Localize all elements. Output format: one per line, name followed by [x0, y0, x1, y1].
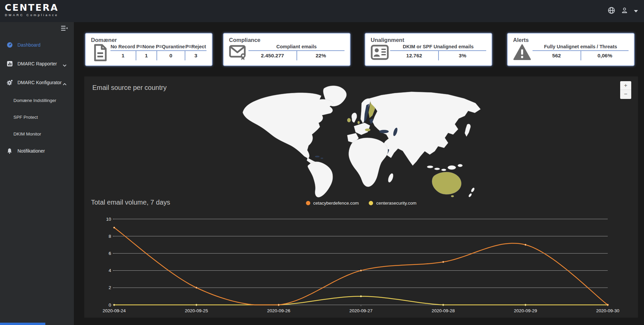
card-title: Compliance [229, 37, 344, 43]
chevron-down-icon [63, 62, 66, 68]
card-compliance: Compliance Compliant emails 2.450.277 22… [223, 33, 351, 66]
svg-text:2: 2 [108, 285, 111, 290]
card-value: 562 [533, 51, 581, 60]
warning-triangle-icon [513, 44, 531, 60]
card-value: 1 [110, 51, 136, 60]
legend-item[interactable]: centerasecurity.com [369, 201, 417, 206]
legend-label: cetacyberdefence.com [313, 201, 359, 206]
sidebar-item-label: Notifikationer [17, 148, 45, 154]
map-zoom-control: + − [620, 81, 631, 99]
map-zoom-out-button[interactable]: − [620, 90, 631, 99]
sidebar-collapse-icon[interactable] [60, 25, 68, 32]
email-volume-chart[interactable]: 02468102020-09-242020-09-252020-09-26202… [101, 213, 625, 314]
brand-name: CENTERA [5, 3, 58, 13]
globe-icon[interactable] [608, 7, 615, 15]
svg-text:2020-09-30: 2020-09-30 [596, 308, 619, 313]
svg-text:2020-09-28: 2020-09-28 [431, 308, 455, 313]
sidebar-subitem-label: Domæne Indstillinger [13, 98, 56, 103]
horizontal-scrollbar-thumb[interactable] [0, 323, 45, 325]
sidebar-item-spf-protect[interactable]: SPF Protect [0, 109, 74, 125]
sidebar-item-label: DMARC Konfigurator [17, 80, 62, 85]
legend-label: centerasecurity.com [376, 201, 417, 206]
card-col-header: No Record [110, 44, 135, 49]
world-map-canvas[interactable] [234, 79, 492, 199]
sidebar-item-label: DMARC Rapporter [17, 61, 57, 66]
card-percent: 3% [438, 51, 486, 60]
main-content: Domæner No Record P=None P=Qurantine P=R… [74, 22, 644, 325]
sidebar-item-label: Dashboard [17, 42, 41, 48]
svg-text:2020-09-26: 2020-09-26 [267, 308, 290, 313]
chart-title: Total email volume, 7 days [91, 199, 170, 206]
card-domains: Domæner No Record P=None P=Qurantine P=R… [85, 33, 213, 66]
account-menu-caret-icon[interactable] [634, 10, 638, 12]
card-value: 1 [136, 51, 156, 60]
id-card-icon [371, 44, 389, 60]
map-title: Email source per country [92, 84, 167, 92]
svg-text:0: 0 [108, 303, 111, 308]
sidebar-item-dmarc-rapporter[interactable]: DMARC Rapporter [0, 54, 74, 73]
certified-mail-icon [229, 44, 247, 60]
map-zoom-in-button[interactable]: + [620, 81, 631, 90]
sidebar-item-dkim-monitor[interactable]: DKIM Monitor [0, 125, 74, 142]
svg-text:2020-09-27: 2020-09-27 [349, 308, 372, 313]
legend-item[interactable]: cetacyberdefence.com [306, 201, 359, 206]
brand-subtitle: DMARC Compliance [5, 13, 58, 17]
card-header: Fully Unalignet emails / Threats [533, 44, 629, 49]
sidebar: Dashboard DMARC Rapporter [0, 22, 74, 325]
document-icon [91, 44, 109, 61]
card-value: 3 [185, 51, 206, 60]
card-value: 12.762 [390, 51, 438, 60]
card-value: 0 [156, 51, 185, 60]
top-bar: CENTERA DMARC Compliance [0, 0, 644, 22]
bell-icon [7, 148, 13, 154]
legend-dot-orange [306, 201, 310, 205]
card-alerts: Alerts Fully Unalignet emails / Threats … [507, 33, 635, 66]
card-header: Compliant emails [248, 44, 344, 49]
svg-text:2020-09-25: 2020-09-25 [185, 308, 208, 313]
sidebar-subitem-label: DKIM Monitor [13, 131, 41, 137]
chart-legend: cetacyberdefence.com centerasecurity.com [306, 201, 417, 206]
sidebar-item-notifikationer[interactable]: Notifikationer [0, 142, 74, 160]
brand-logo: CENTERA DMARC Compliance [5, 3, 58, 17]
sidebar-item-dmarc-konfigurator[interactable]: DMARC Konfigurator [0, 73, 74, 92]
bar-chart-icon [7, 61, 13, 67]
card-col-header: P=None [135, 44, 156, 49]
sidebar-item-dashboard[interactable]: Dashboard [0, 36, 74, 54]
user-icon[interactable] [621, 7, 628, 15]
svg-text:6: 6 [108, 251, 111, 256]
card-col-header: P=Qurantine [156, 44, 185, 49]
legend-dot-yellow [369, 201, 373, 205]
card-value: 2.450.277 [248, 51, 296, 60]
svg-text:2020-09-29: 2020-09-29 [514, 308, 537, 313]
dashboard-panel: Email source per country + − [84, 76, 638, 318]
sidebar-item-domaene-indstillinger[interactable]: Domæne Indstillinger [0, 92, 74, 109]
card-percent: 0,06% [581, 51, 629, 60]
card-percent: 22% [296, 51, 344, 60]
svg-text:4: 4 [108, 268, 111, 273]
gear-icon [7, 79, 13, 86]
card-title: Domæner [91, 37, 206, 43]
card-title: Alerts [513, 37, 629, 43]
card-col-header: P=Reject [185, 44, 206, 49]
chevron-up-icon [63, 81, 66, 87]
card-unalignment: Unalignment DKIM or SPF Unaligned emails… [365, 33, 492, 66]
svg-text:8: 8 [108, 234, 111, 239]
svg-text:2020-09-24: 2020-09-24 [102, 308, 126, 313]
dashboard-gauge-icon [7, 42, 13, 48]
card-header: DKIM or SPF Unaligned emails [390, 44, 486, 49]
card-title: Unalignment [371, 37, 486, 43]
sidebar-subitem-label: SPF Protect [13, 115, 38, 120]
svg-text:10: 10 [106, 217, 111, 222]
